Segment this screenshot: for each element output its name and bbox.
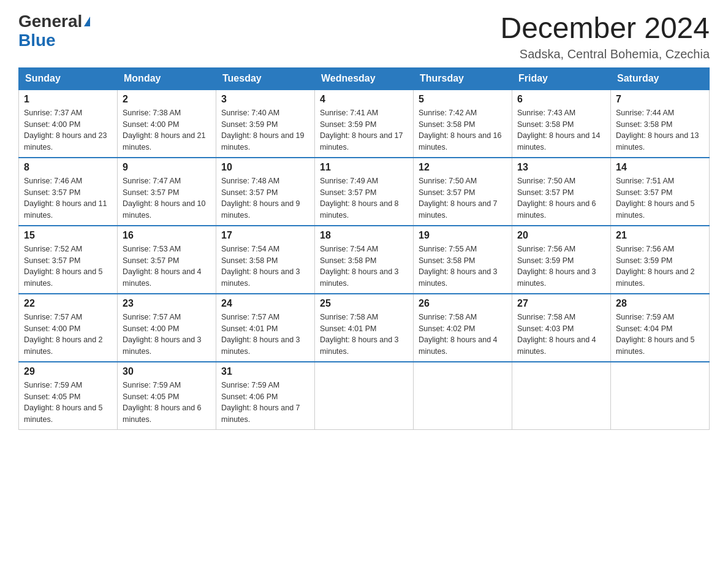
day-number: 21 [616, 230, 704, 241]
day-number: 26 [419, 298, 507, 309]
day-info: Sunrise: 7:57 AM Sunset: 4:00 PM Dayligh… [123, 312, 211, 358]
day-number: 25 [320, 298, 408, 309]
calendar-week-row: 22 Sunrise: 7:57 AM Sunset: 4:00 PM Dayl… [19, 294, 710, 362]
weekday-header-sunday: Sunday [19, 67, 118, 90]
day-info: Sunrise: 7:38 AM Sunset: 4:00 PM Dayligh… [123, 107, 211, 153]
calendar-day-cell: 26 Sunrise: 7:58 AM Sunset: 4:02 PM Dayl… [414, 294, 512, 362]
calendar-day-cell: 25 Sunrise: 7:58 AM Sunset: 4:01 PM Dayl… [315, 294, 414, 362]
day-info: Sunrise: 7:50 AM Sunset: 3:57 PM Dayligh… [419, 175, 507, 221]
calendar-week-row: 15 Sunrise: 7:52 AM Sunset: 3:57 PM Dayl… [19, 226, 710, 294]
weekday-header-wednesday: Wednesday [315, 67, 414, 90]
calendar-day-cell [414, 362, 512, 430]
day-info: Sunrise: 7:42 AM Sunset: 3:58 PM Dayligh… [419, 107, 507, 153]
day-number: 22 [24, 298, 112, 309]
calendar-week-row: 8 Sunrise: 7:46 AM Sunset: 3:57 PM Dayli… [19, 158, 710, 226]
calendar-day-cell: 2 Sunrise: 7:38 AM Sunset: 4:00 PM Dayli… [118, 90, 216, 158]
day-info: Sunrise: 7:48 AM Sunset: 3:57 PM Dayligh… [221, 175, 309, 221]
day-info: Sunrise: 7:50 AM Sunset: 3:57 PM Dayligh… [517, 175, 605, 221]
day-number: 12 [419, 162, 507, 173]
day-info: Sunrise: 7:46 AM Sunset: 3:57 PM Dayligh… [24, 175, 112, 221]
day-number: 1 [24, 94, 112, 105]
calendar-day-cell: 5 Sunrise: 7:42 AM Sunset: 3:58 PM Dayli… [414, 90, 512, 158]
calendar-day-cell: 20 Sunrise: 7:56 AM Sunset: 3:59 PM Dayl… [512, 226, 611, 294]
day-info: Sunrise: 7:57 AM Sunset: 4:01 PM Dayligh… [221, 312, 309, 358]
day-number: 18 [320, 230, 408, 241]
day-number: 23 [123, 298, 211, 309]
day-info: Sunrise: 7:54 AM Sunset: 3:58 PM Dayligh… [320, 243, 408, 289]
calendar-day-cell: 16 Sunrise: 7:53 AM Sunset: 3:57 PM Dayl… [118, 226, 216, 294]
day-info: Sunrise: 7:56 AM Sunset: 3:59 PM Dayligh… [616, 243, 704, 289]
calendar-day-cell: 18 Sunrise: 7:54 AM Sunset: 3:58 PM Dayl… [315, 226, 414, 294]
weekday-header-saturday: Saturday [611, 67, 710, 90]
day-info: Sunrise: 7:51 AM Sunset: 3:57 PM Dayligh… [616, 175, 704, 221]
calendar-day-cell: 12 Sunrise: 7:50 AM Sunset: 3:57 PM Dayl… [414, 158, 512, 226]
calendar-header-row: SundayMondayTuesdayWednesdayThursdayFrid… [19, 67, 710, 90]
day-info: Sunrise: 7:54 AM Sunset: 3:58 PM Dayligh… [221, 243, 309, 289]
day-info: Sunrise: 7:37 AM Sunset: 4:00 PM Dayligh… [24, 107, 112, 153]
calendar-day-cell: 29 Sunrise: 7:59 AM Sunset: 4:05 PM Dayl… [19, 362, 118, 430]
day-number: 17 [221, 230, 309, 241]
calendar-day-cell: 23 Sunrise: 7:57 AM Sunset: 4:00 PM Dayl… [118, 294, 216, 362]
title-block: December 2024 Sadska, Central Bohemia, C… [500, 12, 710, 61]
day-number: 8 [24, 162, 112, 173]
logo-general-text: General [18, 12, 82, 31]
day-number: 13 [517, 162, 605, 173]
calendar-day-cell: 13 Sunrise: 7:50 AM Sunset: 3:57 PM Dayl… [512, 158, 611, 226]
day-number: 28 [616, 298, 704, 309]
day-info: Sunrise: 7:44 AM Sunset: 3:58 PM Dayligh… [616, 107, 704, 153]
day-info: Sunrise: 7:52 AM Sunset: 3:57 PM Dayligh… [24, 243, 112, 289]
weekday-header-friday: Friday [512, 67, 611, 90]
calendar-day-cell: 7 Sunrise: 7:44 AM Sunset: 3:58 PM Dayli… [611, 90, 710, 158]
day-info: Sunrise: 7:58 AM Sunset: 4:02 PM Dayligh… [419, 312, 507, 358]
day-info: Sunrise: 7:40 AM Sunset: 3:59 PM Dayligh… [221, 107, 309, 153]
day-number: 3 [221, 94, 309, 105]
weekday-header-monday: Monday [118, 67, 216, 90]
calendar-day-cell: 21 Sunrise: 7:56 AM Sunset: 3:59 PM Dayl… [611, 226, 710, 294]
day-number: 6 [517, 94, 605, 105]
day-number: 15 [24, 230, 112, 241]
day-info: Sunrise: 7:43 AM Sunset: 3:58 PM Dayligh… [517, 107, 605, 153]
weekday-header-thursday: Thursday [414, 67, 512, 90]
day-number: 27 [517, 298, 605, 309]
day-info: Sunrise: 7:41 AM Sunset: 3:59 PM Dayligh… [320, 107, 408, 153]
calendar-day-cell: 10 Sunrise: 7:48 AM Sunset: 3:57 PM Dayl… [216, 158, 315, 226]
calendar-day-cell: 6 Sunrise: 7:43 AM Sunset: 3:58 PM Dayli… [512, 90, 611, 158]
calendar-day-cell: 17 Sunrise: 7:54 AM Sunset: 3:58 PM Dayl… [216, 226, 315, 294]
day-number: 9 [123, 162, 211, 173]
calendar-day-cell: 22 Sunrise: 7:57 AM Sunset: 4:00 PM Dayl… [19, 294, 118, 362]
day-number: 10 [221, 162, 309, 173]
location-text: Sadska, Central Bohemia, Czechia [500, 47, 710, 61]
calendar-day-cell [512, 362, 611, 430]
day-info: Sunrise: 7:59 AM Sunset: 4:06 PM Dayligh… [221, 380, 309, 426]
day-info: Sunrise: 7:58 AM Sunset: 4:03 PM Dayligh… [517, 312, 605, 358]
calendar-day-cell: 24 Sunrise: 7:57 AM Sunset: 4:01 PM Dayl… [216, 294, 315, 362]
calendar-week-row: 29 Sunrise: 7:59 AM Sunset: 4:05 PM Dayl… [19, 362, 710, 430]
calendar-day-cell: 28 Sunrise: 7:59 AM Sunset: 4:04 PM Dayl… [611, 294, 710, 362]
calendar-day-cell: 19 Sunrise: 7:55 AM Sunset: 3:58 PM Dayl… [414, 226, 512, 294]
calendar-table: SundayMondayTuesdayWednesdayThursdayFrid… [18, 67, 710, 430]
logo-triangle-icon [84, 17, 90, 26]
day-number: 31 [221, 366, 309, 377]
calendar-day-cell: 30 Sunrise: 7:59 AM Sunset: 4:05 PM Dayl… [118, 362, 216, 430]
day-info: Sunrise: 7:59 AM Sunset: 4:05 PM Dayligh… [123, 380, 211, 426]
day-number: 4 [320, 94, 408, 105]
calendar-day-cell: 11 Sunrise: 7:49 AM Sunset: 3:57 PM Dayl… [315, 158, 414, 226]
day-number: 11 [320, 162, 408, 173]
month-title: December 2024 [500, 12, 710, 45]
calendar-day-cell: 14 Sunrise: 7:51 AM Sunset: 3:57 PM Dayl… [611, 158, 710, 226]
calendar-day-cell: 4 Sunrise: 7:41 AM Sunset: 3:59 PM Dayli… [315, 90, 414, 158]
day-number: 19 [419, 230, 507, 241]
day-number: 7 [616, 94, 704, 105]
logo: General Blue [18, 12, 90, 50]
day-info: Sunrise: 7:56 AM Sunset: 3:59 PM Dayligh… [517, 243, 605, 289]
day-number: 14 [616, 162, 704, 173]
calendar-day-cell [315, 362, 414, 430]
day-number: 29 [24, 366, 112, 377]
calendar-week-row: 1 Sunrise: 7:37 AM Sunset: 4:00 PM Dayli… [19, 90, 710, 158]
day-number: 5 [419, 94, 507, 105]
calendar-day-cell: 31 Sunrise: 7:59 AM Sunset: 4:06 PM Dayl… [216, 362, 315, 430]
calendar-day-cell: 27 Sunrise: 7:58 AM Sunset: 4:03 PM Dayl… [512, 294, 611, 362]
weekday-header-tuesday: Tuesday [216, 67, 315, 90]
calendar-day-cell: 3 Sunrise: 7:40 AM Sunset: 3:59 PM Dayli… [216, 90, 315, 158]
day-info: Sunrise: 7:47 AM Sunset: 3:57 PM Dayligh… [123, 175, 211, 221]
